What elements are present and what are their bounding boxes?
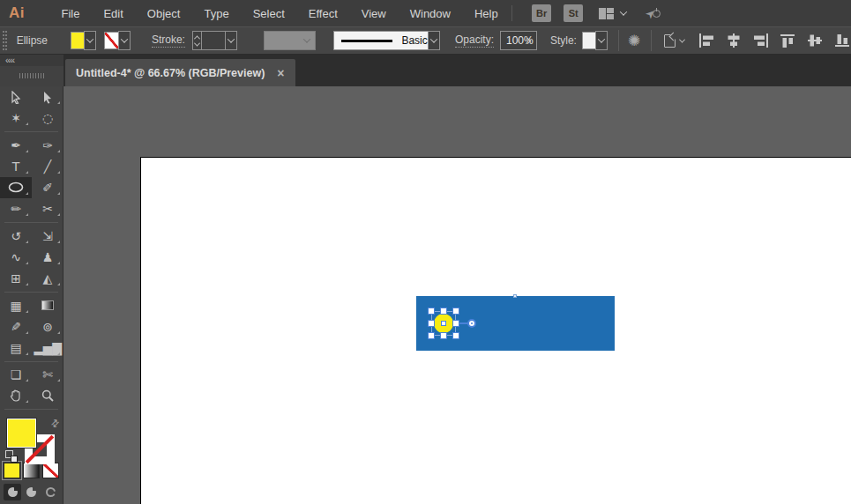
selection-handle-e[interactable] [452,320,459,327]
toolbar-grip-handle[interactable] [19,73,44,78]
menu-file[interactable]: File [49,7,92,20]
width-tool[interactable]: ∿ [0,247,32,268]
selection-handle-n[interactable] [440,308,447,315]
align-vertical-center-icon[interactable] [808,33,824,48]
puppet-warp-tool[interactable]: ♟ [32,247,63,268]
workspace-switcher[interactable] [599,8,626,19]
menu-effect[interactable]: Effect [296,7,349,20]
selection-center-point[interactable] [441,321,446,326]
draw-normal-button[interactable] [4,484,21,500]
selection-handle-w[interactable] [428,320,435,327]
default-fill-stroke-icon[interactable] [5,450,18,463]
pencil-tool[interactable]: ✏ [0,198,32,219]
scale-icon: ⇲ [42,230,53,242]
stroke-color-swatch[interactable] [104,32,118,49]
align-bottom-icon[interactable] [835,33,851,48]
rotate-tool[interactable]: ↺ [0,226,32,247]
zoom-tool[interactable] [32,385,63,406]
blend-tool[interactable]: ⊚ [32,316,63,337]
selection-tool[interactable] [0,86,32,107]
selection-handle-ne[interactable] [452,308,459,315]
tool-context-label: Ellipse [17,34,48,47]
recolor-artwork-icon[interactable]: ✺ [628,33,640,48]
column-graph-tool[interactable]: ▂▅▇ [32,337,63,359]
gradient-tool[interactable] [32,295,63,316]
color-button[interactable] [4,463,20,478]
pen-tool[interactable]: ✒ [0,135,32,156]
document-tab[interactable]: Untitled-4* @ 66.67% (RGB/Preview) × [65,59,295,86]
lasso-tool[interactable]: ◌ [32,107,63,129]
align-horizontal-center-icon[interactable] [726,33,742,48]
stock-button[interactable]: St [564,4,583,22]
menu-object[interactable]: Object [135,7,192,20]
brush-definition-field[interactable]: Basic [333,31,428,50]
fill-color-dropdown-button[interactable] [84,31,96,50]
menu-edit[interactable]: Edit [92,7,135,20]
none-button[interactable] [42,463,59,478]
perspective-grid-tool[interactable]: ◭ [32,268,63,289]
stroke-weight-field[interactable] [201,31,226,50]
menu-items: File Edit Object Type Select Effect View… [49,7,510,20]
curvature-tool[interactable]: ✑ [32,135,63,156]
selection-handle-sw[interactable] [428,332,435,339]
type-tool[interactable]: T [0,156,32,177]
selection-handle-s[interactable] [440,332,447,339]
draw-inside-button[interactable] [41,484,59,500]
symbol-sprayer-icon: ▤ [10,342,21,354]
direct-selection-tool[interactable] [32,86,63,107]
close-tab-icon[interactable]: × [277,67,284,79]
fill-proxy[interactable] [6,418,37,448]
drawing-mode-buttons [0,480,63,504]
graphic-style-swatch[interactable] [582,32,596,49]
slice-tool[interactable]: ✄ [32,364,63,385]
chevron-down-icon [679,36,685,42]
menu-view[interactable]: View [349,7,398,20]
scale-tool[interactable]: ⇲ [32,226,63,247]
menu-select[interactable]: Select [241,7,296,20]
power-icon [653,10,661,18]
menu-type[interactable]: Type [192,7,241,20]
symbol-sprayer-tool[interactable]: ▤ [0,337,32,359]
stroke-weight-dropdown-button[interactable] [225,31,237,50]
selection-handle-se[interactable] [452,332,459,339]
brush-definition-dropdown-button[interactable] [428,31,440,50]
opacity-panel-link[interactable]: Opacity: [455,33,494,48]
graphic-style-dropdown-button[interactable] [595,31,608,50]
swap-fill-stroke-icon[interactable]: ⇄ [49,417,63,431]
mesh-tool[interactable]: ▦ [0,295,32,316]
bridge-button[interactable]: Br [532,4,551,22]
line-segment-tool[interactable]: ╱ [32,156,63,177]
gpu-performance-button[interactable]: ➤ [646,7,661,20]
artboard-tool[interactable]: ❏ [0,364,32,385]
scissors-tool[interactable]: ✂ [32,198,63,219]
stroke-color-dropdown-button[interactable] [118,31,131,50]
selection-handle-nw[interactable] [428,308,435,315]
rectangle-edge-midpoint[interactable] [513,294,517,298]
document-setup-button[interactable] [664,34,684,48]
pie-angle-widget[interactable] [467,319,476,328]
draw-normal-icon [8,487,18,497]
shape-builder-tool[interactable]: ⊞ [0,268,32,289]
align-left-icon[interactable] [698,33,714,48]
eyedropper-tool[interactable]: ✎ [0,316,32,337]
canvas[interactable] [63,86,851,504]
opacity-field[interactable]: 100% [500,31,537,50]
menu-window[interactable]: Window [398,7,462,20]
draw-behind-button[interactable] [23,484,41,500]
ellipse-tool[interactable] [0,177,32,198]
stroke-panel-link[interactable]: Stroke: [152,33,185,48]
fill-color-swatch[interactable] [71,32,85,49]
collapse-panel-button[interactable]: «« [5,55,14,65]
align-right-icon[interactable] [753,33,769,48]
magic-wand-tool[interactable]: ✶ [0,107,32,129]
hand-tool[interactable] [0,385,32,406]
tab-bar: «« Untitled-4* @ 66.67% (RGB/Preview) × [0,55,851,86]
menu-help[interactable]: Help [462,7,510,20]
toolbar-separator [4,409,58,410]
align-top-icon[interactable] [780,33,796,48]
panel-grip-handle[interactable] [3,31,7,50]
paintbrush-tool[interactable]: ✐ [32,177,63,198]
toolbar-separator [4,222,58,223]
style-label: Style: [550,34,577,47]
gradient-button[interactable] [23,463,40,478]
